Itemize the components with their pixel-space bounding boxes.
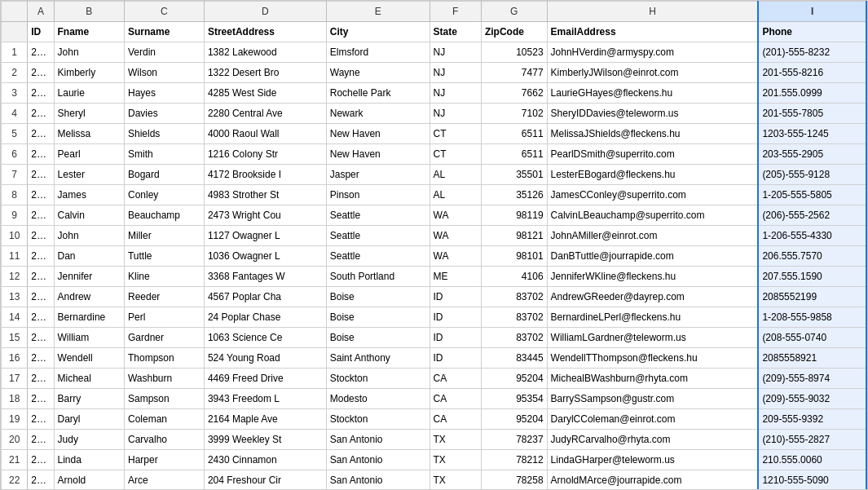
cell-email[interactable]: MichealBWashburn@rhyta.com (547, 369, 758, 389)
cell-city[interactable]: San Antonio (326, 470, 430, 491)
row-number[interactable]: 5 (2, 124, 28, 144)
cell-state[interactable]: ID (430, 348, 481, 369)
cell-surname[interactable]: Washburn (124, 369, 204, 389)
cell-surname[interactable]: Perl (124, 307, 204, 328)
cell-state[interactable]: AL (430, 185, 481, 205)
cell-surname[interactable]: Davies (124, 104, 204, 124)
cell-phone[interactable]: 1-205-555-5805 (758, 185, 866, 205)
col-letter-a[interactable]: A (28, 2, 54, 22)
cell-surname[interactable]: Gardner (124, 328, 204, 348)
cell-fname[interactable]: Sheryl (54, 104, 124, 124)
cell-surname[interactable]: Tuttle (124, 246, 204, 267)
cell-id[interactable]: 2033 (28, 328, 54, 348)
cell-email[interactable]: JudyRCarvalho@rhyta.com (547, 430, 758, 450)
cell-id[interactable]: 2022 (28, 104, 54, 124)
cell-zipcode[interactable]: 10523 (481, 42, 547, 63)
col-letter-i[interactable]: I (758, 2, 866, 22)
row-number[interactable]: 1 (2, 42, 28, 63)
cell-id[interactable]: 2029 (28, 246, 54, 267)
cell-state[interactable]: CT (430, 124, 481, 144)
cell-email[interactable]: BarrySSampson@gustr.com (547, 389, 758, 409)
cell-phone[interactable]: (208-555-0740 (758, 328, 866, 348)
cell-id[interactable]: 2028 (28, 226, 54, 246)
cell-surname[interactable]: Reeder (124, 287, 204, 307)
cell-streetaddress[interactable]: 1127 Owagner L (204, 226, 326, 246)
cell-streetaddress[interactable]: 204 Freshour Cir (204, 470, 326, 491)
cell-zipcode[interactable]: 78258 (481, 470, 547, 491)
cell-zipcode[interactable]: 95204 (481, 369, 547, 389)
cell-fname[interactable]: John (54, 226, 124, 246)
cell-email[interactable]: WilliamLGardner@teleworm.us (547, 328, 758, 348)
cell-state[interactable]: CA (430, 389, 481, 409)
col-letter-b[interactable]: B (54, 2, 124, 22)
cell-state[interactable]: CA (430, 369, 481, 389)
cell-zipcode[interactable]: 83702 (481, 287, 547, 307)
cell-surname[interactable]: Harper (124, 450, 204, 470)
cell-zipcode[interactable]: 95354 (481, 389, 547, 409)
cell-email[interactable]: MelissaJShields@fleckens.hu (547, 124, 758, 144)
cell-id[interactable]: 2025 (28, 165, 54, 185)
cell-email[interactable]: DarylCColeman@einrot.com (547, 409, 758, 430)
row-number[interactable]: 10 (2, 226, 28, 246)
cell-email[interactable]: CalvinLBeauchamp@superrito.com (547, 205, 758, 226)
col-letter-f[interactable]: F (430, 2, 481, 22)
cell-city[interactable]: San Antonio (326, 430, 430, 450)
cell-fname[interactable]: Jennifer (54, 267, 124, 287)
cell-city[interactable]: New Haven (326, 124, 430, 144)
cell-streetaddress[interactable]: 1216 Colony Str (204, 144, 326, 165)
cell-city[interactable]: Boise (326, 287, 430, 307)
cell-streetaddress[interactable]: 524 Young Road (204, 348, 326, 369)
cell-phone[interactable]: (209)-555-9032 (758, 389, 866, 409)
cell-state[interactable]: TX (430, 470, 481, 491)
cell-phone[interactable]: 201.555.0999 (758, 83, 866, 104)
row-number[interactable]: 15 (2, 328, 28, 348)
cell-city[interactable]: Pinson (326, 185, 430, 205)
cell-phone[interactable]: (206)-555-2562 (758, 205, 866, 226)
cell-fname[interactable]: Pearl (54, 144, 124, 165)
cell-phone[interactable]: 207.555.1590 (758, 267, 866, 287)
cell-id[interactable]: 2030 (28, 267, 54, 287)
cell-fname[interactable]: Calvin (54, 205, 124, 226)
cell-id[interactable]: 2021 (28, 83, 54, 104)
cell-phone[interactable]: 206.555.7570 (758, 246, 866, 267)
cell-city[interactable]: Elmsford (326, 42, 430, 63)
cell-state[interactable]: ME (430, 267, 481, 287)
cell-phone[interactable]: 201-555-7805 (758, 104, 866, 124)
cell-phone[interactable]: 203-555-2905 (758, 144, 866, 165)
cell-id[interactable]: 2039 (28, 450, 54, 470)
cell-surname[interactable]: Shields (124, 124, 204, 144)
cell-email[interactable]: LindaGHarper@teleworm.us (547, 450, 758, 470)
cell-state[interactable]: WA (430, 246, 481, 267)
cell-state[interactable]: NJ (430, 42, 481, 63)
cell-streetaddress[interactable]: 4983 Strother St (204, 185, 326, 205)
cell-state[interactable]: CT (430, 144, 481, 165)
cell-state[interactable]: NJ (430, 83, 481, 104)
row-number[interactable]: 20 (2, 430, 28, 450)
cell-fname[interactable]: Wendell (54, 348, 124, 369)
cell-id[interactable]: 2023 (28, 124, 54, 144)
cell-surname[interactable]: Wilson (124, 63, 204, 83)
cell-zipcode[interactable]: 6511 (481, 144, 547, 165)
cell-id[interactable]: 2037 (28, 409, 54, 430)
cell-city[interactable]: Newark (326, 104, 430, 124)
cell-phone[interactable]: 209-555-9392 (758, 409, 866, 430)
row-number[interactable]: 14 (2, 307, 28, 328)
row-number[interactable]: 21 (2, 450, 28, 470)
cell-id[interactable]: 2026 (28, 185, 54, 205)
cell-state[interactable]: NJ (430, 63, 481, 83)
cell-streetaddress[interactable]: 1322 Desert Bro (204, 63, 326, 83)
cell-city[interactable]: San Antonio (326, 450, 430, 470)
cell-phone[interactable]: (201)-555-8232 (758, 42, 866, 63)
row-number[interactable]: 13 (2, 287, 28, 307)
cell-phone[interactable]: (210)-555-2827 (758, 430, 866, 450)
cell-zipcode[interactable]: 83702 (481, 307, 547, 328)
cell-fname[interactable]: Bernardine (54, 307, 124, 328)
row-number[interactable]: 18 (2, 389, 28, 409)
cell-zipcode[interactable]: 7102 (481, 104, 547, 124)
cell-city[interactable]: Rochelle Park (326, 83, 430, 104)
row-number[interactable]: 3 (2, 83, 28, 104)
cell-streetaddress[interactable]: 2473 Wright Cou (204, 205, 326, 226)
cell-phone[interactable]: 210.555.0060 (758, 450, 866, 470)
cell-streetaddress[interactable]: 4000 Raoul Wall (204, 124, 326, 144)
cell-city[interactable]: South Portland (326, 267, 430, 287)
